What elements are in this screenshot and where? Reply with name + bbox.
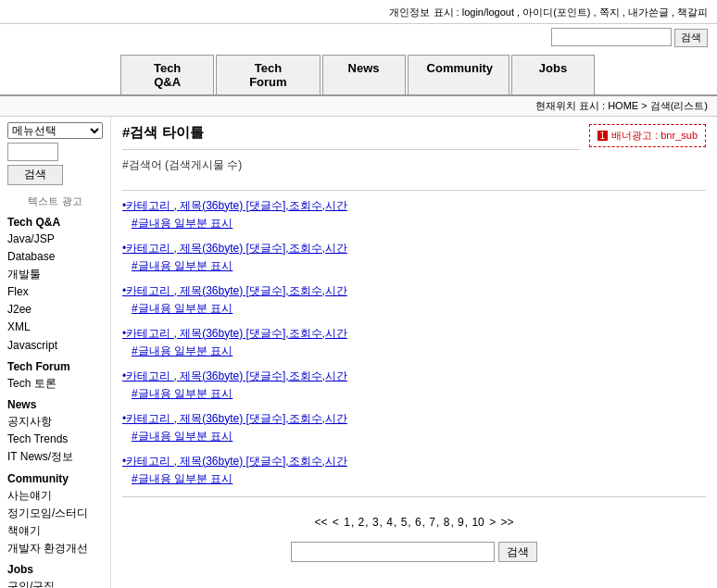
result-content-link-6[interactable]: #글내용 일부분 표시 (132, 472, 233, 485)
search-keyword: #검색어 (검색게시물 수) (122, 157, 706, 173)
result-content-5: #글내용 일부분 표시 (132, 429, 706, 444)
sidebar-recruit[interactable]: 구인/구직 (7, 578, 103, 588)
result-line1-4: •카테고리 , 제목(36byte) [댓글수],조회수,시간 (122, 369, 706, 384)
sidebar-section-community: Community (7, 472, 103, 485)
title-divider (122, 149, 580, 150)
result-line1-6: •카테고리 , 제목(36byte) [댓글수],조회수,시간 (122, 454, 706, 469)
result-content-link-3[interactable]: #글내용 일부분 표시 (132, 344, 233, 357)
page-9[interactable]: 9 (458, 516, 464, 529)
menu-select[interactable]: 메뉴선택 (7, 122, 103, 139)
result-item-4: •카테고리 , 제목(36byte) [댓글수],조회수,시간 #글내용 일부분… (122, 369, 706, 402)
result-title-link-6[interactable]: •카테고리 , 제목(36byte) [댓글수],조회수,시간 (122, 455, 347, 468)
sidebar-techtrends[interactable]: Tech Trends (7, 431, 103, 448)
page-first[interactable]: << (315, 516, 328, 529)
sidebar-section-techqa: Tech Q&A (7, 216, 103, 229)
sidebar-database[interactable]: Database (7, 248, 103, 266)
result-item-5: •카테고리 , 제목(36byte) [댓글수],조회수,시간 #글내용 일부분… (122, 411, 706, 444)
tab-jobs[interactable]: Jobs (511, 55, 595, 94)
sidebar-xml[interactable]: XML (7, 319, 103, 336)
result-content-link-1[interactable]: #글내용 일부분 표시 (132, 259, 233, 272)
page-5[interactable]: 5 (401, 516, 408, 529)
result-title-link-1[interactable]: •카테고리 , 제목(36byte) [댓글수],조회수,시간 (122, 242, 347, 255)
result-content-1: #글내용 일부분 표시 (132, 258, 706, 274)
top-search-input[interactable] (551, 28, 672, 46)
sidebar: 메뉴선택 검색 텍스트 광고 Tech Q&A Java/JSP Databas… (0, 117, 111, 589)
sidebar-section-news: News (7, 398, 103, 411)
login-logout-link[interactable]: login/logout (462, 6, 514, 18)
search-bar: 검색 (0, 24, 717, 51)
userid-link[interactable]: 아이디(포인트) (522, 6, 590, 18)
result-line1-5: •카테고리 , 제목(36byte) [댓글수],조회수,시간 (122, 411, 706, 427)
page-last[interactable]: >> (500, 516, 513, 529)
sidebar-search-input[interactable] (7, 143, 58, 161)
mypost-link[interactable]: 내가쓴글 (628, 6, 669, 18)
result-content-0: #글내용 일부분 표시 (132, 216, 706, 231)
content-divider (122, 190, 706, 191)
page-prev[interactable]: < (333, 516, 342, 529)
top-bar: 개인정보 표시 : login/logout , 아이디(포인트) , 쪽지 ,… (0, 0, 717, 24)
result-item-0: •카테고리 , 제목(36byte) [댓글수],조회수,시간 #글내용 일부분… (122, 198, 706, 231)
page-4[interactable]: 4 (386, 516, 393, 529)
result-content-link-0[interactable]: #글내용 일부분 표시 (132, 217, 233, 230)
result-line1-2: •카테고리 , 제목(36byte) [댓글수],조회수,시간 (122, 283, 706, 299)
sidebar-javascript[interactable]: Javascript (7, 337, 103, 355)
result-content-4: #글내용 일부분 표시 (132, 386, 706, 402)
sidebar-book[interactable]: 책얘기 (7, 522, 103, 540)
sidebar-life[interactable]: 사는얘기 (7, 487, 103, 505)
bottom-search-input[interactable] (291, 542, 495, 562)
nav-tabs: Tech Q&A Tech Forum News Community Jobs (0, 55, 717, 96)
result-title-link-5[interactable]: •카테고리 , 제목(36byte) [댓글수],조회수,시간 (122, 412, 347, 425)
result-title-link-2[interactable]: •카테고리 , 제목(36byte) [댓글수],조회수,시간 (122, 284, 347, 297)
result-item-6: •카테고리 , 제목(36byte) [댓글수],조회수,시간 #글내용 일부분… (122, 454, 706, 487)
sidebar-devenv[interactable]: 개발자 환경개선 (7, 540, 103, 557)
result-content-link-5[interactable]: #글내용 일부분 표시 (132, 430, 233, 443)
page-next[interactable]: > (489, 516, 498, 529)
result-line1-3: •카테고리 , 제목(36byte) [댓글수],조회수,시간 (122, 326, 706, 342)
sidebar-java[interactable]: Java/JSP (7, 231, 103, 248)
message-link[interactable]: 쪽지 (599, 6, 620, 18)
result-line1-1: •카테고리 , 제목(36byte) [댓글수],조회수,시간 (122, 241, 706, 256)
result-content-link-4[interactable]: #글내용 일부분 표시 (132, 387, 233, 400)
top-search-button[interactable]: 검색 (674, 29, 708, 47)
layout: 메뉴선택 검색 텍스트 광고 Tech Q&A Java/JSP Databas… (0, 117, 717, 589)
main-content: 1배너광고 : bnr_sub #검색 타이틀 #검색어 (검색게시물 수) •… (111, 117, 717, 589)
sidebar-j2ee[interactable]: J2ee (7, 301, 103, 319)
results-list: •카테고리 , 제목(36byte) [댓글수],조회수,시간 #글내용 일부분… (122, 198, 706, 487)
result-title-link-4[interactable]: •카테고리 , 제목(36byte) [댓글수],조회수,시간 (122, 369, 347, 382)
banner-number: 1 (598, 131, 609, 141)
page-10[interactable]: 10 (472, 516, 484, 529)
result-item-2: •카테고리 , 제목(36byte) [댓글수],조회수,시간 #글내용 일부분… (122, 283, 706, 317)
tab-techforum[interactable]: Tech Forum (216, 55, 320, 94)
sidebar-section-techforum: Tech Forum (7, 360, 103, 373)
sidebar-devtool[interactable]: 개발툴 (7, 266, 103, 283)
page-8[interactable]: 8 (444, 516, 450, 529)
sidebar-section-jobs: Jobs (7, 563, 103, 576)
tab-techqa[interactable]: Tech Q&A (120, 55, 214, 94)
tab-news[interactable]: News (322, 55, 406, 94)
result-title-link-3[interactable]: •카테고리 , 제목(36byte) [댓글수],조회수,시간 (122, 327, 347, 340)
sidebar-notice[interactable]: 공지사항 (7, 413, 103, 431)
sidebar-tech-discuss[interactable]: Tech 토론 (7, 375, 103, 393)
sidebar-study[interactable]: 정기모임/스터디 (7, 505, 103, 522)
result-item-1: •카테고리 , 제목(36byte) [댓글수],조회수,시간 #글내용 일부분… (122, 241, 706, 274)
bottom-divider (122, 496, 706, 497)
banner-area: 1배너광고 : bnr_sub (589, 124, 706, 147)
sidebar-itnews[interactable]: IT News/정보 (7, 448, 103, 466)
tab-community[interactable]: Community (408, 55, 509, 94)
bottom-search-button[interactable]: 검색 (498, 542, 537, 562)
page-7[interactable]: 7 (429, 516, 435, 529)
page-1[interactable]: 1 (344, 516, 350, 529)
banner-label: 배너광고 : bnr_sub (611, 130, 698, 141)
page-2[interactable]: 2 (358, 516, 365, 529)
result-line1-0: •카테고리 , 제목(36byte) [댓글수],조회수,시간 (122, 198, 706, 214)
sidebar-flex[interactable]: Flex (7, 283, 103, 301)
result-content-3: #글내용 일부분 표시 (132, 344, 706, 359)
page-6[interactable]: 6 (415, 516, 421, 529)
result-title-link-0[interactable]: •카테고리 , 제목(36byte) [댓글수],조회수,시간 (122, 199, 347, 212)
sidebar-search-button[interactable]: 검색 (7, 165, 63, 185)
page-3[interactable]: 3 (372, 516, 379, 529)
result-content-link-2[interactable]: #글내용 일부분 표시 (132, 302, 233, 315)
bookmark-link[interactable]: 책갈피 (677, 6, 708, 18)
top-bar-text: 개인정보 표시 : login/logout , 아이디(포인트) , 쪽지 ,… (389, 6, 708, 18)
bottom-search: 검색 (122, 536, 706, 569)
